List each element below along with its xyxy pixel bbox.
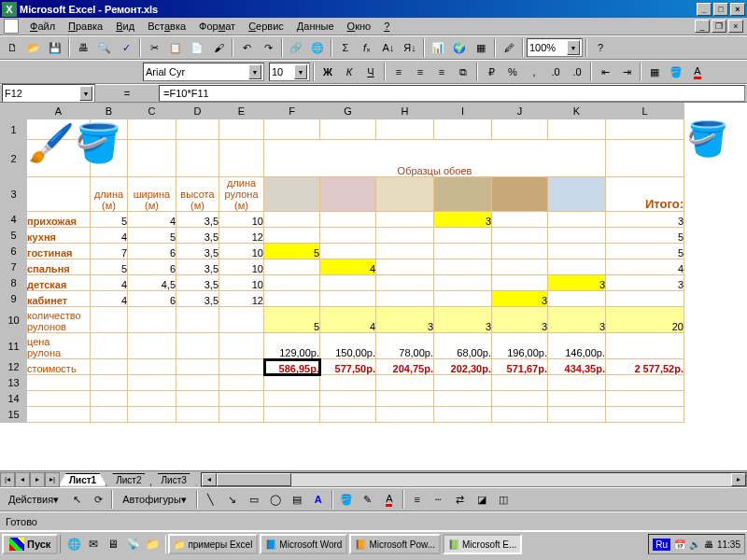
cell[interactable]: 10 bbox=[219, 244, 264, 259]
inc-decimal-button[interactable]: .0 bbox=[545, 62, 566, 82]
cell[interactable] bbox=[492, 391, 548, 407]
copy-button[interactable]: 📋 bbox=[165, 37, 186, 58]
ql-app-icon[interactable]: 📁 bbox=[143, 535, 162, 553]
tray-clock[interactable]: 11:35 bbox=[717, 539, 740, 550]
cell[interactable]: 3 bbox=[606, 212, 684, 228]
cell[interactable]: 78,00р. bbox=[376, 333, 434, 359]
tray-icon[interactable]: 📅 bbox=[674, 539, 685, 550]
swatch-k[interactable] bbox=[548, 177, 606, 212]
arrow-style-button[interactable]: ⇄ bbox=[450, 489, 471, 510]
cell[interactable] bbox=[376, 259, 434, 275]
cell[interactable] bbox=[492, 259, 548, 275]
column-header[interactable]: J bbox=[492, 104, 548, 119]
start-button[interactable]: Пуск bbox=[2, 534, 58, 554]
sheet-area[interactable]: ABCDEFGHIJKL 12Образцы обоев3длина(м)шир… bbox=[0, 103, 747, 470]
cell[interactable] bbox=[492, 407, 548, 423]
shadow-button[interactable]: ◪ bbox=[472, 489, 492, 510]
cell[interactable] bbox=[91, 307, 128, 333]
cell[interactable]: 3,5 bbox=[176, 259, 219, 275]
cell[interactable] bbox=[492, 119, 548, 140]
cell[interactable] bbox=[219, 307, 264, 333]
cell[interactable] bbox=[376, 244, 434, 259]
row-header[interactable]: 14 bbox=[1, 391, 27, 407]
cell[interactable]: 6 bbox=[128, 291, 176, 307]
doc-restore-button[interactable]: ❐ bbox=[712, 20, 726, 33]
font-color-button[interactable]: A bbox=[687, 62, 708, 82]
cell[interactable]: 10 bbox=[219, 275, 264, 291]
room-name[interactable]: прихожая bbox=[27, 212, 91, 228]
chart-button[interactable]: 📊 bbox=[428, 37, 448, 58]
cell[interactable]: 20 bbox=[606, 307, 684, 333]
cell[interactable]: 3 bbox=[492, 307, 548, 333]
sort-asc-button[interactable]: A↓ bbox=[378, 37, 399, 58]
tab-sheet3[interactable]: Лист3 bbox=[150, 473, 196, 486]
save-button[interactable]: 💾 bbox=[45, 37, 65, 58]
cell[interactable]: 3 bbox=[548, 275, 606, 291]
cell[interactable] bbox=[548, 291, 606, 307]
column-header[interactable]: H bbox=[376, 104, 434, 119]
menu-help[interactable]: ? bbox=[378, 20, 395, 33]
cell[interactable]: 5 bbox=[128, 228, 176, 244]
horizontal-scrollbar[interactable]: ◂ ▸ bbox=[201, 472, 747, 487]
cell[interactable]: 571,67р. bbox=[492, 359, 548, 375]
align-center-button[interactable]: ≡ bbox=[410, 62, 430, 82]
cell[interactable] bbox=[606, 407, 684, 423]
cell[interactable] bbox=[128, 375, 176, 391]
cell[interactable] bbox=[376, 391, 434, 407]
name-box[interactable]: F12▼ bbox=[2, 84, 95, 103]
cell[interactable] bbox=[264, 375, 320, 391]
autoshapes-button[interactable]: Автофигуры ▾ bbox=[116, 489, 193, 510]
cell[interactable] bbox=[128, 333, 176, 359]
tab-first-button[interactable]: |◂ bbox=[0, 472, 15, 487]
cell[interactable] bbox=[27, 375, 91, 391]
cell[interactable] bbox=[492, 375, 548, 391]
cell[interactable]: 196,00р. bbox=[492, 333, 548, 359]
ql-ie-icon[interactable]: 🌐 bbox=[64, 535, 83, 553]
cell[interactable] bbox=[434, 119, 492, 140]
menu-data[interactable]: Данные bbox=[291, 20, 340, 33]
swatch-f[interactable] bbox=[264, 177, 320, 212]
ql-outlook-icon[interactable]: ✉ bbox=[84, 535, 103, 553]
cell[interactable] bbox=[176, 140, 219, 177]
row-header[interactable]: 3 bbox=[1, 177, 27, 212]
cell[interactable] bbox=[434, 228, 492, 244]
textbox-button[interactable]: ▤ bbox=[287, 489, 307, 510]
cell[interactable]: 150,00р. bbox=[320, 333, 376, 359]
spell-button[interactable]: ✓ bbox=[116, 37, 136, 58]
cell[interactable]: 4 bbox=[91, 228, 128, 244]
close-button[interactable]: × bbox=[730, 3, 745, 16]
cell[interactable] bbox=[606, 375, 684, 391]
doc-minimize-button[interactable]: _ bbox=[695, 20, 710, 33]
cell[interactable] bbox=[548, 407, 606, 423]
cell[interactable] bbox=[264, 259, 320, 275]
column-header[interactable]: K bbox=[548, 104, 606, 119]
cell[interactable]: 4 bbox=[91, 275, 128, 291]
cell[interactable]: 5 bbox=[264, 307, 320, 333]
row-header[interactable]: 2 bbox=[1, 140, 27, 177]
font-combo[interactable]: Arial Cyr▼ bbox=[143, 63, 264, 81]
cell[interactable] bbox=[128, 359, 176, 375]
cell[interactable]: 4 bbox=[91, 291, 128, 307]
maximize-button[interactable]: □ bbox=[713, 3, 728, 16]
column-header[interactable]: B bbox=[91, 104, 128, 119]
menu-window[interactable]: Окно bbox=[342, 20, 377, 33]
cell[interactable] bbox=[376, 375, 434, 391]
column-header[interactable]: A bbox=[27, 104, 91, 119]
menu-tools[interactable]: Сервис bbox=[243, 20, 289, 33]
redo-button[interactable]: ↷ bbox=[258, 37, 278, 58]
new-button[interactable]: 🗋 bbox=[2, 37, 22, 58]
column-header[interactable]: C bbox=[128, 104, 176, 119]
cell[interactable] bbox=[176, 391, 219, 407]
dec-indent-button[interactable]: ⇤ bbox=[595, 62, 615, 82]
column-header[interactable]: I bbox=[434, 104, 492, 119]
room-name[interactable]: кабинет bbox=[27, 291, 91, 307]
rectangle-button[interactable]: ▭ bbox=[244, 489, 264, 510]
cell[interactable]: 146,00р. bbox=[548, 333, 606, 359]
cell[interactable] bbox=[91, 333, 128, 359]
undo-button[interactable]: ↶ bbox=[236, 37, 257, 58]
cell[interactable] bbox=[434, 244, 492, 259]
cell[interactable] bbox=[434, 291, 492, 307]
cell[interactable] bbox=[219, 119, 264, 140]
dash-style-button[interactable]: ┄ bbox=[429, 489, 449, 510]
menu-file[interactable]: Файл bbox=[24, 20, 61, 33]
